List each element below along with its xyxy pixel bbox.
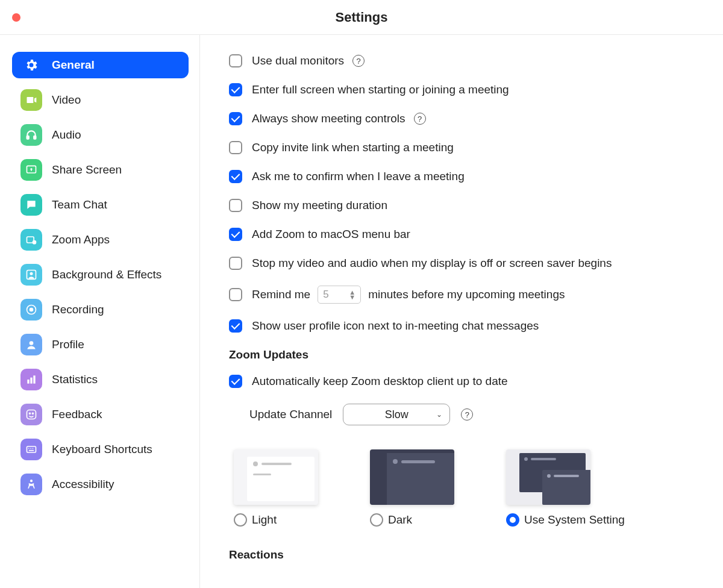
section-heading-updates: Zoom Updates xyxy=(229,348,705,361)
label-menu-bar: Add Zoom to macOS menu bar xyxy=(252,228,410,241)
theme-thumbnail-dark xyxy=(370,449,454,505)
sidebar-item-label: Team Chat xyxy=(52,198,107,211)
svg-point-8 xyxy=(30,308,34,312)
sidebar-item-team-chat[interactable]: Team Chat xyxy=(12,192,189,218)
theme-thumbnail-system xyxy=(506,449,590,505)
close-window-button[interactable] xyxy=(12,13,20,22)
sidebar-item-recording[interactable]: Recording xyxy=(12,296,189,323)
checkbox-auto-update[interactable] xyxy=(229,375,242,388)
svg-rect-13 xyxy=(27,410,36,419)
checkbox-show-profile-icon[interactable] xyxy=(229,319,242,333)
background-icon xyxy=(20,264,42,286)
accessibility-icon xyxy=(20,474,42,495)
window-title: Settings xyxy=(336,10,388,25)
share-screen-icon xyxy=(20,159,42,181)
help-icon[interactable]: ? xyxy=(414,113,426,125)
feedback-icon xyxy=(20,404,42,425)
checkbox-always-controls[interactable] xyxy=(229,112,242,125)
sidebar-item-label: Share Screen xyxy=(52,163,122,177)
label-stop-av: Stop my video and audio when my display … xyxy=(252,257,612,270)
label-show-duration: Show my meeting duration xyxy=(252,199,387,212)
label-show-profile: Show user profile icon next to in-meetin… xyxy=(252,319,539,333)
radio-theme-light[interactable] xyxy=(234,513,247,527)
sidebar-item-general[interactable]: General xyxy=(12,52,189,78)
label-copy-invite: Copy invite link when starting a meeting xyxy=(252,141,454,154)
sidebar-item-label: Feedback xyxy=(52,408,102,421)
sidebar-item-keyboard-shortcuts[interactable]: Keyboard Shortcuts xyxy=(12,436,189,463)
svg-point-4 xyxy=(33,241,36,244)
checkbox-confirm-leave[interactable] xyxy=(229,170,242,183)
svg-rect-12 xyxy=(33,375,35,383)
sidebar-item-label: Background & Effects xyxy=(52,268,161,281)
sidebar-item-video[interactable]: Video xyxy=(12,87,189,113)
label-auto-update: Automatically keep Zoom desktop client u… xyxy=(252,375,508,388)
sidebar-item-label: Zoom Apps xyxy=(52,233,110,246)
svg-point-19 xyxy=(33,448,34,449)
svg-rect-10 xyxy=(27,380,29,384)
theme-label: Light xyxy=(252,513,277,527)
help-icon[interactable]: ? xyxy=(461,408,473,421)
chat-icon xyxy=(20,194,42,216)
sidebar-item-label: Keyboard Shortcuts xyxy=(52,443,152,456)
sidebar-item-label: Video xyxy=(52,93,81,107)
checkbox-copy-invite[interactable] xyxy=(229,141,242,154)
sidebar-item-label: General xyxy=(52,58,95,72)
keyboard-icon xyxy=(20,439,42,460)
sidebar-item-label: Profile xyxy=(52,338,84,351)
sidebar-item-label: Audio xyxy=(52,128,81,142)
theme-option-system[interactable]: Use System Setting xyxy=(506,449,627,527)
svg-point-18 xyxy=(30,448,31,449)
sidebar-item-share-screen[interactable]: Share Screen xyxy=(12,157,189,183)
svg-point-9 xyxy=(30,341,34,345)
checkbox-show-duration[interactable] xyxy=(229,199,242,212)
sidebar-item-statistics[interactable]: Statistics xyxy=(12,366,189,393)
section-heading-reactions: Reactions xyxy=(229,548,705,561)
sidebar-item-label: Accessibility xyxy=(52,478,114,491)
label-remind-pre: Remind me xyxy=(252,288,310,301)
record-icon xyxy=(20,299,42,321)
label-remind-post: minutes before my upcoming meetings xyxy=(368,288,565,301)
theme-label: Dark xyxy=(388,513,412,527)
gear-icon xyxy=(20,54,42,76)
title-bar: Settings xyxy=(0,0,723,35)
label-confirm-leave: Ask me to confirm when I leave a meeting xyxy=(252,170,465,183)
svg-point-14 xyxy=(30,413,31,414)
svg-rect-1 xyxy=(34,136,36,139)
svg-rect-11 xyxy=(30,378,32,384)
theme-option-light[interactable]: Light xyxy=(234,449,330,527)
svg-point-17 xyxy=(28,448,30,449)
svg-rect-16 xyxy=(27,446,36,452)
checkbox-menu-bar[interactable] xyxy=(229,228,242,241)
sidebar-item-profile[interactable]: Profile xyxy=(12,331,189,358)
stepper-arrows-icon: ▲▼ xyxy=(349,290,355,299)
help-icon[interactable]: ? xyxy=(352,55,365,67)
checkbox-dual-monitors[interactable] xyxy=(229,54,242,67)
svg-point-6 xyxy=(30,272,33,275)
chevron-down-icon: ⌄ xyxy=(436,410,442,419)
label-full-screen: Enter full screen when starting or joini… xyxy=(252,83,509,96)
sidebar-item-background-effects[interactable]: Background & Effects xyxy=(12,261,189,288)
theme-option-dark[interactable]: Dark xyxy=(370,449,466,527)
sidebar-item-label: Statistics xyxy=(52,373,98,386)
svg-point-15 xyxy=(33,413,34,414)
sidebar-item-audio[interactable]: Audio xyxy=(12,122,189,148)
radio-theme-system[interactable] xyxy=(506,513,519,527)
video-icon xyxy=(20,89,42,111)
sidebar-item-accessibility[interactable]: Accessibility xyxy=(12,471,189,498)
remind-minutes-stepper[interactable]: 5 ▲▼ xyxy=(318,286,361,304)
update-channel-select[interactable]: Slow ⌄ xyxy=(343,404,450,425)
svg-rect-0 xyxy=(27,136,29,139)
radio-theme-dark[interactable] xyxy=(370,513,383,527)
sidebar-item-label: Recording xyxy=(52,303,104,316)
sidebar-item-zoom-apps[interactable]: Zoom Apps xyxy=(12,227,189,253)
settings-content: Use dual monitors ? Enter full screen wh… xyxy=(200,35,723,588)
sidebar-item-feedback[interactable]: Feedback xyxy=(12,401,189,428)
checkbox-remind-me[interactable] xyxy=(229,288,242,301)
sidebar: General Video Audio Share Screen Team Ch… xyxy=(0,35,200,588)
checkbox-full-screen[interactable] xyxy=(229,83,242,96)
label-update-channel: Update Channel xyxy=(249,408,332,421)
svg-rect-20 xyxy=(29,450,34,451)
label-always-controls: Always show meeting controls xyxy=(252,112,405,125)
theme-thumbnail-light xyxy=(234,449,318,505)
checkbox-stop-av[interactable] xyxy=(229,257,242,270)
